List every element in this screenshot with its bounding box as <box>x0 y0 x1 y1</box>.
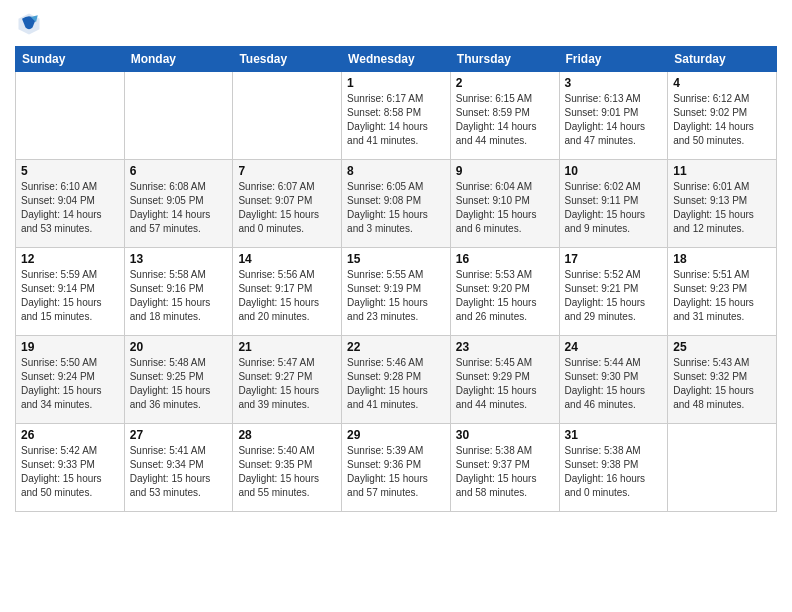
day-detail: Sunrise: 5:47 AMSunset: 9:27 PMDaylight:… <box>238 356 336 412</box>
weekday-header-monday: Monday <box>124 47 233 72</box>
day-number: 16 <box>456 252 554 266</box>
calendar-cell: 21Sunrise: 5:47 AMSunset: 9:27 PMDayligh… <box>233 336 342 424</box>
day-number: 7 <box>238 164 336 178</box>
day-detail: Sunrise: 5:40 AMSunset: 9:35 PMDaylight:… <box>238 444 336 500</box>
day-detail: Sunrise: 6:10 AMSunset: 9:04 PMDaylight:… <box>21 180 119 236</box>
day-number: 10 <box>565 164 663 178</box>
day-number: 25 <box>673 340 771 354</box>
day-number: 20 <box>130 340 228 354</box>
calendar-week-row: 26Sunrise: 5:42 AMSunset: 9:33 PMDayligh… <box>16 424 777 512</box>
day-detail: Sunrise: 5:52 AMSunset: 9:21 PMDaylight:… <box>565 268 663 324</box>
day-detail: Sunrise: 6:08 AMSunset: 9:05 PMDaylight:… <box>130 180 228 236</box>
calendar-cell: 19Sunrise: 5:50 AMSunset: 9:24 PMDayligh… <box>16 336 125 424</box>
day-number: 30 <box>456 428 554 442</box>
weekday-header-saturday: Saturday <box>668 47 777 72</box>
weekday-header-wednesday: Wednesday <box>342 47 451 72</box>
day-number: 26 <box>21 428 119 442</box>
day-detail: Sunrise: 6:01 AMSunset: 9:13 PMDaylight:… <box>673 180 771 236</box>
day-detail: Sunrise: 6:13 AMSunset: 9:01 PMDaylight:… <box>565 92 663 148</box>
calendar-cell: 1Sunrise: 6:17 AMSunset: 8:58 PMDaylight… <box>342 72 451 160</box>
calendar-cell: 29Sunrise: 5:39 AMSunset: 9:36 PMDayligh… <box>342 424 451 512</box>
calendar-cell <box>233 72 342 160</box>
day-detail: Sunrise: 5:38 AMSunset: 9:38 PMDaylight:… <box>565 444 663 500</box>
day-detail: Sunrise: 6:07 AMSunset: 9:07 PMDaylight:… <box>238 180 336 236</box>
day-detail: Sunrise: 5:42 AMSunset: 9:33 PMDaylight:… <box>21 444 119 500</box>
calendar-cell: 4Sunrise: 6:12 AMSunset: 9:02 PMDaylight… <box>668 72 777 160</box>
day-number: 31 <box>565 428 663 442</box>
day-number: 24 <box>565 340 663 354</box>
day-detail: Sunrise: 6:17 AMSunset: 8:58 PMDaylight:… <box>347 92 445 148</box>
day-number: 21 <box>238 340 336 354</box>
day-number: 3 <box>565 76 663 90</box>
calendar-cell: 10Sunrise: 6:02 AMSunset: 9:11 PMDayligh… <box>559 160 668 248</box>
weekday-header-thursday: Thursday <box>450 47 559 72</box>
day-detail: Sunrise: 5:51 AMSunset: 9:23 PMDaylight:… <box>673 268 771 324</box>
calendar-week-row: 1Sunrise: 6:17 AMSunset: 8:58 PMDaylight… <box>16 72 777 160</box>
day-number: 19 <box>21 340 119 354</box>
day-number: 1 <box>347 76 445 90</box>
header <box>15 10 777 38</box>
day-detail: Sunrise: 5:41 AMSunset: 9:34 PMDaylight:… <box>130 444 228 500</box>
day-number: 4 <box>673 76 771 90</box>
calendar-week-row: 5Sunrise: 6:10 AMSunset: 9:04 PMDaylight… <box>16 160 777 248</box>
day-detail: Sunrise: 6:12 AMSunset: 9:02 PMDaylight:… <box>673 92 771 148</box>
calendar-cell: 13Sunrise: 5:58 AMSunset: 9:16 PMDayligh… <box>124 248 233 336</box>
weekday-header-row: SundayMondayTuesdayWednesdayThursdayFrid… <box>16 47 777 72</box>
calendar-cell: 30Sunrise: 5:38 AMSunset: 9:37 PMDayligh… <box>450 424 559 512</box>
logo-icon <box>15 10 43 38</box>
day-number: 14 <box>238 252 336 266</box>
day-detail: Sunrise: 5:48 AMSunset: 9:25 PMDaylight:… <box>130 356 228 412</box>
calendar-cell <box>16 72 125 160</box>
day-detail: Sunrise: 5:38 AMSunset: 9:37 PMDaylight:… <box>456 444 554 500</box>
calendar-cell: 9Sunrise: 6:04 AMSunset: 9:10 PMDaylight… <box>450 160 559 248</box>
calendar-cell <box>668 424 777 512</box>
calendar-cell: 15Sunrise: 5:55 AMSunset: 9:19 PMDayligh… <box>342 248 451 336</box>
calendar-week-row: 12Sunrise: 5:59 AMSunset: 9:14 PMDayligh… <box>16 248 777 336</box>
calendar-cell: 20Sunrise: 5:48 AMSunset: 9:25 PMDayligh… <box>124 336 233 424</box>
day-detail: Sunrise: 5:46 AMSunset: 9:28 PMDaylight:… <box>347 356 445 412</box>
calendar-cell: 24Sunrise: 5:44 AMSunset: 9:30 PMDayligh… <box>559 336 668 424</box>
logo <box>15 10 47 38</box>
calendar-cell: 27Sunrise: 5:41 AMSunset: 9:34 PMDayligh… <box>124 424 233 512</box>
calendar-cell <box>124 72 233 160</box>
weekday-header-friday: Friday <box>559 47 668 72</box>
day-number: 23 <box>456 340 554 354</box>
calendar-cell: 17Sunrise: 5:52 AMSunset: 9:21 PMDayligh… <box>559 248 668 336</box>
day-number: 2 <box>456 76 554 90</box>
day-number: 5 <box>21 164 119 178</box>
day-detail: Sunrise: 5:43 AMSunset: 9:32 PMDaylight:… <box>673 356 771 412</box>
day-detail: Sunrise: 5:39 AMSunset: 9:36 PMDaylight:… <box>347 444 445 500</box>
day-number: 28 <box>238 428 336 442</box>
calendar-table: SundayMondayTuesdayWednesdayThursdayFrid… <box>15 46 777 512</box>
day-number: 29 <box>347 428 445 442</box>
calendar-cell: 28Sunrise: 5:40 AMSunset: 9:35 PMDayligh… <box>233 424 342 512</box>
calendar-cell: 23Sunrise: 5:45 AMSunset: 9:29 PMDayligh… <box>450 336 559 424</box>
day-number: 12 <box>21 252 119 266</box>
day-number: 13 <box>130 252 228 266</box>
day-detail: Sunrise: 6:05 AMSunset: 9:08 PMDaylight:… <box>347 180 445 236</box>
calendar-cell: 6Sunrise: 6:08 AMSunset: 9:05 PMDaylight… <box>124 160 233 248</box>
calendar-cell: 14Sunrise: 5:56 AMSunset: 9:17 PMDayligh… <box>233 248 342 336</box>
calendar-cell: 31Sunrise: 5:38 AMSunset: 9:38 PMDayligh… <box>559 424 668 512</box>
calendar-cell: 22Sunrise: 5:46 AMSunset: 9:28 PMDayligh… <box>342 336 451 424</box>
calendar-cell: 12Sunrise: 5:59 AMSunset: 9:14 PMDayligh… <box>16 248 125 336</box>
day-number: 17 <box>565 252 663 266</box>
calendar-cell: 5Sunrise: 6:10 AMSunset: 9:04 PMDaylight… <box>16 160 125 248</box>
day-number: 15 <box>347 252 445 266</box>
calendar-cell: 8Sunrise: 6:05 AMSunset: 9:08 PMDaylight… <box>342 160 451 248</box>
day-number: 11 <box>673 164 771 178</box>
day-detail: Sunrise: 5:50 AMSunset: 9:24 PMDaylight:… <box>21 356 119 412</box>
calendar-cell: 3Sunrise: 6:13 AMSunset: 9:01 PMDaylight… <box>559 72 668 160</box>
weekday-header-tuesday: Tuesday <box>233 47 342 72</box>
day-number: 22 <box>347 340 445 354</box>
day-detail: Sunrise: 5:45 AMSunset: 9:29 PMDaylight:… <box>456 356 554 412</box>
day-detail: Sunrise: 6:02 AMSunset: 9:11 PMDaylight:… <box>565 180 663 236</box>
day-detail: Sunrise: 6:15 AMSunset: 8:59 PMDaylight:… <box>456 92 554 148</box>
day-number: 27 <box>130 428 228 442</box>
day-number: 8 <box>347 164 445 178</box>
day-number: 18 <box>673 252 771 266</box>
day-number: 9 <box>456 164 554 178</box>
calendar-cell: 26Sunrise: 5:42 AMSunset: 9:33 PMDayligh… <box>16 424 125 512</box>
day-detail: Sunrise: 5:44 AMSunset: 9:30 PMDaylight:… <box>565 356 663 412</box>
weekday-header-sunday: Sunday <box>16 47 125 72</box>
